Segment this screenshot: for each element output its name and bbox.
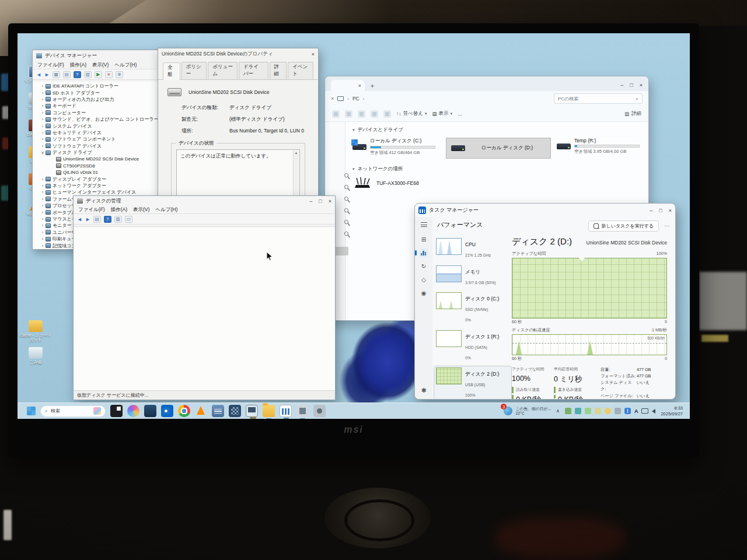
dialog-tab[interactable]: ボリューム [208, 62, 238, 79]
display-icon[interactable] [641, 408, 648, 414]
delete-icon[interactable] [383, 110, 391, 118]
taskbar-app-icon[interactable] [110, 405, 123, 417]
task-manager-icon[interactable] [280, 405, 292, 417]
app-history-icon[interactable]: ↻ [419, 262, 428, 271]
menu-item[interactable]: 操作(A) [70, 62, 86, 69]
perf-card-disk1[interactable]: ディスク 1 (R:) HDD (SATA) 0% [434, 328, 512, 363]
dialog-tab[interactable]: 詳細 [270, 62, 287, 79]
dialog-titlebar[interactable]: UnionSine MD202 SCSI Disk Deviceのプロパティ × [158, 48, 318, 60]
tree-chevron-icon[interactable]: › [40, 90, 45, 96]
explorer-tab[interactable]: × [331, 80, 365, 91]
sort-button[interactable]: ↑↓ 並べ替え ▾ [396, 110, 427, 117]
users-icon[interactable]: ◉ [419, 289, 428, 298]
minimize-button[interactable]: – [650, 208, 652, 214]
drive-c[interactable]: ローカル ディスク (C:) 空き領域 412 GB/464 GB [352, 138, 440, 156]
menu-item[interactable]: ヘルプ(H) [155, 206, 177, 214]
tray-icon[interactable] [595, 408, 601, 414]
help-icon[interactable]: ? [104, 216, 111, 223]
run-new-task-button[interactable]: 新しいタスクを実行する [588, 220, 659, 232]
maximize-button[interactable]: □ [319, 198, 322, 204]
chrome-icon[interactable] [178, 405, 190, 417]
speaker-icon[interactable] [652, 409, 655, 414]
maximize-button[interactable]: □ [630, 82, 633, 88]
menu-item[interactable]: ファイル(F) [37, 62, 64, 69]
copy-icon[interactable] [358, 110, 365, 118]
menu-item[interactable]: ヘルプ(H) [114, 62, 137, 69]
more-button[interactable]: … [458, 111, 463, 117]
tree-chevron-icon[interactable]: › [40, 136, 45, 142]
tree-chevron-icon[interactable]: › [40, 243, 45, 249]
taskbar-clock[interactable]: 8:33 2025/09/27 [661, 405, 683, 417]
briefcase-app-icon[interactable] [144, 405, 156, 417]
disk-management-icon[interactable] [246, 405, 258, 417]
back-icon[interactable]: ◄ [36, 72, 41, 78]
perf-card-disk0[interactable]: ディスク 0 (C:) SSD (NVMe) 0% [434, 290, 512, 326]
tree-chevron-icon[interactable]: › [40, 210, 45, 215]
task-manager-titlebar[interactable]: タスク マネージャー – □ × [415, 204, 675, 217]
rename-icon[interactable] [371, 110, 378, 118]
new-tab-icon[interactable]: + [371, 83, 374, 89]
tray-icon[interactable] [585, 408, 591, 414]
tray-overflow-icon[interactable]: ∧ [556, 408, 560, 414]
breadcrumb[interactable]: PC [352, 96, 359, 102]
drive-r[interactable]: Temp (R:) 空き領域 3.95 GB/4.00 GB [557, 138, 641, 155]
menu-item[interactable]: 表示(V) [133, 206, 149, 214]
perf-card-cpu[interactable]: CPU 21% 1.25 GHz [434, 236, 512, 261]
tree-chevron-icon[interactable]: › [40, 83, 45, 89]
dialog-tab[interactable]: ポリシー [181, 62, 207, 79]
menu-item[interactable]: ファイル(F) [78, 206, 105, 214]
scrollbar[interactable]: ▲▼ [293, 150, 299, 200]
list-icon[interactable]: ▤ [93, 216, 101, 223]
tree-chevron-icon[interactable]: › [40, 230, 45, 235]
forward-icon[interactable]: ► [85, 216, 90, 222]
file-explorer-icon[interactable] [263, 405, 275, 417]
tree-chevron-icon[interactable]: › [40, 203, 45, 208]
settings-gear-icon[interactable]: ✱ [421, 387, 426, 394]
device-manager-icon[interactable] [296, 405, 309, 417]
perf-card-memory[interactable]: メモリ 3.9/7.6 GB (50%) [434, 264, 512, 288]
tab-close-icon[interactable]: × [358, 83, 361, 89]
menu-icon[interactable] [421, 222, 427, 227]
notepad-icon[interactable] [212, 405, 224, 417]
menu-item[interactable]: 操作(A) [111, 206, 127, 214]
tree-chevron-icon[interactable]: › [40, 190, 45, 195]
tree-chevron-icon[interactable]: › [40, 183, 45, 188]
bluetooth-icon[interactable] [624, 408, 631, 414]
maximize-button[interactable]: □ [659, 208, 662, 214]
start-button[interactable] [27, 407, 36, 415]
new-item-icon[interactable] [332, 110, 340, 118]
tree-chevron-icon[interactable]: › [40, 103, 45, 108]
minimize-button[interactable]: – [620, 82, 623, 88]
disk-management-titlebar[interactable]: ディスクの管理 – □ × [74, 196, 335, 206]
tree-chevron-icon[interactable]: › [40, 177, 45, 182]
weather-widget[interactable]: 3 この先、雨の日が... 22°C [504, 407, 551, 416]
forward-icon[interactable]: ► [44, 72, 50, 78]
tray-smiley-icon[interactable] [605, 408, 611, 414]
close-button[interactable]: × [640, 82, 643, 88]
perf-card-disk2[interactable]: ディスク 2 (D:) USB (USB) 100% [434, 366, 512, 400]
tree-chevron-icon[interactable]: › [40, 97, 45, 102]
desktop-icon-cache-shortcut[interactable]: Cache - ショートカット [19, 320, 53, 346]
dialog-tab[interactable]: イベント [288, 62, 313, 79]
drive-d-selected[interactable]: ローカル ディスク (D:) [446, 138, 551, 159]
scan-icon[interactable]: ▶ [95, 71, 102, 78]
taskbar-search[interactable]: ⌕ 検索 [40, 405, 106, 417]
close-button[interactable]: × [329, 198, 331, 204]
performance-icon[interactable] [419, 249, 428, 257]
tree-chevron-icon[interactable]: › [40, 223, 45, 228]
uninstall-icon[interactable]: × [105, 71, 113, 78]
tree-chevron-icon[interactable]: › [40, 124, 45, 129]
panel-icon[interactable]: ▭ [125, 216, 132, 223]
tray-icon[interactable] [565, 408, 571, 414]
properties-icon[interactable]: ▤ [63, 71, 71, 78]
tree-chevron-icon[interactable]: › [40, 216, 45, 222]
minimize-button[interactable]: – [309, 198, 312, 204]
clear-icon[interactable]: × [331, 96, 334, 102]
copilot-icon[interactable] [127, 405, 139, 417]
graph-view-icon[interactable]: ▥ [114, 216, 122, 223]
help-icon[interactable]: ? [74, 71, 81, 78]
processes-icon[interactable]: ⊞ [419, 235, 428, 244]
outlook-icon[interactable] [161, 405, 173, 417]
close-button[interactable]: × [669, 208, 672, 214]
usb-icon[interactable] [615, 408, 621, 414]
